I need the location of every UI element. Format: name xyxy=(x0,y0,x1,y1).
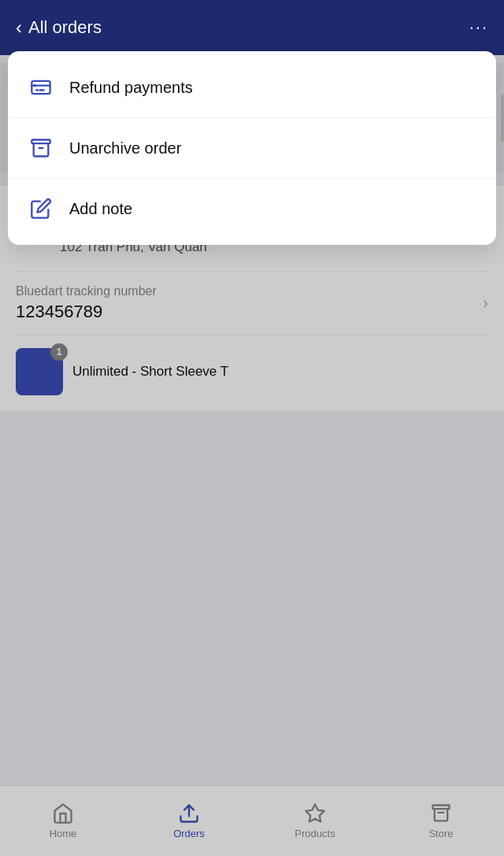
header: ‹ All orders ··· xyxy=(0,0,504,55)
back-button[interactable]: ‹ All orders xyxy=(16,17,102,39)
more-button[interactable]: ··· xyxy=(469,17,488,38)
unarchive-order-item[interactable]: Unarchive order xyxy=(8,118,496,179)
refund-payments-item[interactable]: Refund payments xyxy=(8,57,496,118)
unarchive-label: Unarchive order xyxy=(69,139,181,157)
add-note-item[interactable]: Add note xyxy=(8,179,496,239)
svg-rect-0 xyxy=(32,81,50,94)
svg-rect-1 xyxy=(32,140,50,144)
header-title: All orders xyxy=(28,17,102,38)
dropdown-menu: Refund payments Unarchive order Add note xyxy=(8,51,496,245)
refund-label: Refund payments xyxy=(69,79,193,97)
note-icon xyxy=(27,195,55,223)
chevron-left-icon: ‹ xyxy=(16,17,22,39)
unarchive-icon xyxy=(27,134,55,162)
refund-icon xyxy=(27,73,55,102)
note-label: Add note xyxy=(69,200,132,218)
